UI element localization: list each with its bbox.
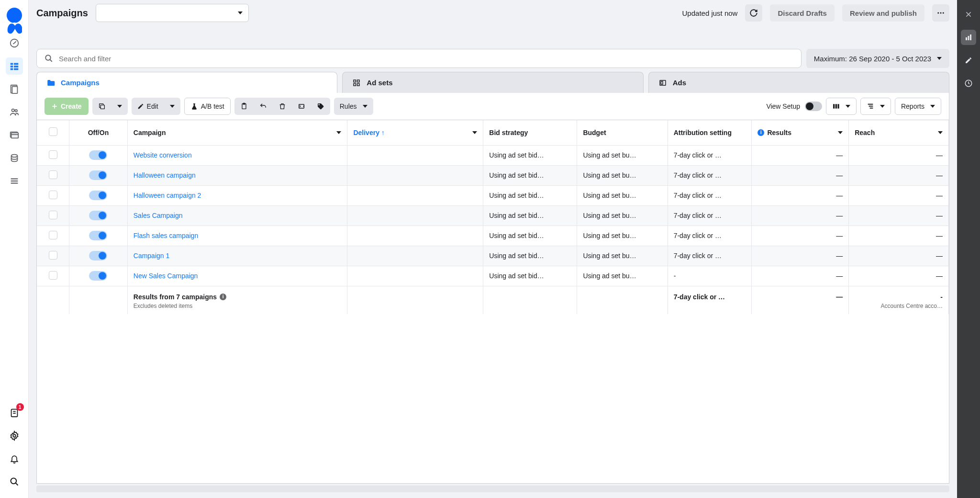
row-toggle[interactable]: [89, 271, 107, 281]
tab-label: Ad sets: [367, 79, 392, 87]
row-checkbox[interactable]: [49, 191, 57, 199]
export-button[interactable]: [292, 98, 311, 115]
campaign-name-link[interactable]: New Sales Campaign: [134, 272, 198, 280]
view-setup-switch[interactable]: [805, 102, 822, 111]
nav-billing-icon[interactable]: [6, 126, 23, 144]
chevron-down-icon[interactable]: [838, 131, 843, 134]
nav-settings-icon[interactable]: [6, 427, 23, 444]
columns-button[interactable]: [826, 98, 857, 115]
create-button[interactable]: Create: [45, 98, 89, 115]
nav-search-icon[interactable]: [6, 473, 23, 490]
svg-rect-40: [299, 104, 304, 108]
svg-rect-34: [661, 81, 663, 84]
breakdown-button[interactable]: [860, 98, 891, 115]
svg-rect-32: [357, 83, 360, 86]
cell-attr: 7-day click or …: [668, 185, 752, 205]
nav-activity-icon[interactable]: 1: [6, 404, 23, 421]
rail-history-icon[interactable]: [961, 76, 976, 91]
campaign-name-link[interactable]: Halloween campaign: [134, 171, 196, 179]
rail-edit-icon[interactable]: [961, 53, 976, 68]
chevron-down-icon[interactable]: [336, 131, 341, 134]
horizontal-scrollbar[interactable]: [36, 486, 949, 492]
search-row: Maximum: 26 Sep 2020 - 5 Oct 2023: [29, 45, 957, 72]
breakdown-icon: [867, 102, 874, 110]
svg-point-26: [943, 12, 944, 14]
cell-bid: Using ad set bid…: [483, 185, 577, 205]
discard-drafts-button[interactable]: Discard Drafts: [770, 4, 835, 22]
col-reach-label: Reach: [855, 129, 875, 136]
row-toggle[interactable]: [89, 191, 107, 200]
edit-dropdown[interactable]: [164, 98, 180, 115]
create-label: Create: [61, 102, 82, 110]
nav-payments-icon[interactable]: [6, 149, 23, 167]
search-filter-box[interactable]: [36, 49, 802, 68]
more-actions-button[interactable]: [932, 4, 949, 22]
nav-audiences-icon[interactable]: [6, 103, 23, 121]
cell-results: —: [752, 205, 849, 226]
search-input[interactable]: [59, 55, 793, 63]
row-checkbox[interactable]: [49, 211, 57, 219]
svg-point-27: [45, 55, 51, 60]
campaign-name-link[interactable]: Campaign 1: [134, 252, 170, 260]
review-publish-button[interactable]: Review and publish: [842, 4, 924, 22]
campaign-name-link[interactable]: Website conversion: [134, 151, 192, 159]
ad-icon: [658, 79, 667, 87]
account-selector[interactable]: [96, 4, 249, 22]
rules-button[interactable]: Rules: [334, 98, 373, 115]
row-checkbox[interactable]: [49, 271, 57, 280]
col-delivery[interactable]: Delivery ↑: [347, 120, 483, 145]
nav-overview-icon[interactable]: [6, 34, 23, 52]
reports-button[interactable]: Reports: [895, 98, 941, 115]
paste-button[interactable]: [234, 98, 254, 115]
delete-button[interactable]: [273, 98, 292, 115]
nav-campaigns-icon[interactable]: [6, 57, 23, 75]
cell-budget: Using ad set bu…: [577, 165, 668, 185]
col-results[interactable]: iResults: [752, 120, 849, 145]
nav-notifications-icon[interactable]: [6, 450, 23, 467]
undo-button[interactable]: [254, 98, 273, 115]
svg-point-9: [11, 109, 14, 112]
select-all-checkbox[interactable]: [49, 127, 57, 136]
row-checkbox[interactable]: [49, 231, 57, 239]
duplicate-button[interactable]: [92, 98, 111, 115]
svg-rect-1: [10, 63, 13, 65]
nav-all-tools-icon[interactable]: [6, 172, 23, 190]
campaign-name-link[interactable]: Flash sales campaign: [134, 232, 198, 239]
chevron-down-icon[interactable]: [938, 131, 943, 134]
col-campaign[interactable]: Campaign: [127, 120, 347, 145]
tag-button[interactable]: [311, 98, 330, 115]
cell-reach: —: [849, 266, 949, 286]
edit-button[interactable]: Edit: [132, 98, 164, 115]
date-range-picker[interactable]: Maximum: 26 Sep 2020 - 5 Oct 2023: [806, 49, 949, 68]
cell-results: —: [752, 266, 849, 286]
cell-budget: Using ad set bu…: [577, 185, 668, 205]
row-toggle[interactable]: [89, 170, 107, 180]
row-toggle[interactable]: [89, 231, 107, 240]
row-toggle[interactable]: [89, 211, 107, 220]
row-checkbox[interactable]: [49, 251, 57, 260]
chevron-down-icon[interactable]: [472, 131, 477, 134]
close-rail-button[interactable]: [961, 7, 976, 22]
tab-campaigns[interactable]: Campaigns: [36, 72, 337, 93]
refresh-button[interactable]: [745, 4, 762, 22]
ab-test-button[interactable]: A/B test: [184, 98, 231, 115]
row-toggle[interactable]: [89, 251, 107, 260]
meta-logo[interactable]: [7, 8, 22, 23]
nav-ads-reporting-icon[interactable]: [6, 80, 23, 98]
tab-adsets[interactable]: Ad sets: [342, 72, 643, 93]
row-toggle[interactable]: [89, 150, 107, 160]
row-checkbox[interactable]: [49, 170, 57, 179]
col-attr[interactable]: Attribution setting: [668, 120, 752, 145]
trash-icon: [278, 102, 286, 110]
col-bid[interactable]: Bid strategy: [483, 120, 577, 145]
campaign-name-link[interactable]: Sales Campaign: [134, 212, 183, 219]
col-reach[interactable]: Reach: [849, 120, 949, 145]
cell-reach: —: [849, 165, 949, 185]
tab-ads[interactable]: Ads: [648, 72, 949, 93]
rail-charts-icon[interactable]: [961, 30, 976, 45]
row-checkbox[interactable]: [49, 150, 57, 159]
duplicate-dropdown[interactable]: [111, 98, 128, 115]
flask-icon: [190, 102, 198, 110]
campaign-name-link[interactable]: Halloween campaign 2: [134, 192, 201, 199]
col-budget[interactable]: Budget: [577, 120, 668, 145]
